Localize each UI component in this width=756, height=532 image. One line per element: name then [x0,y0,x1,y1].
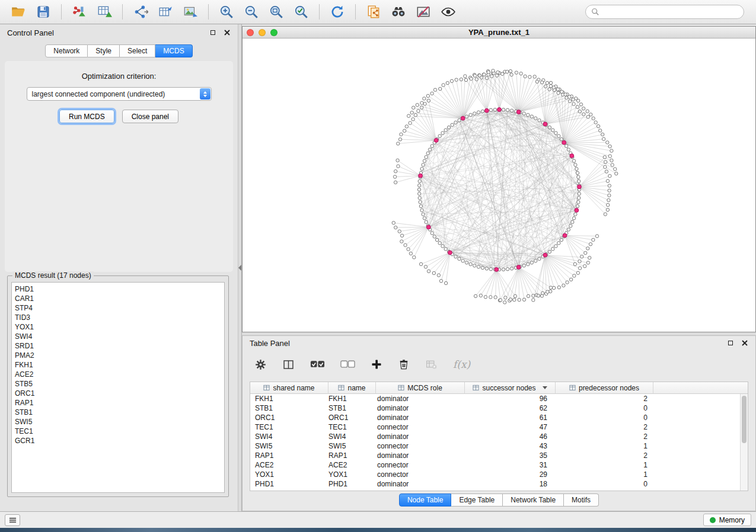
tab-select[interactable]: Select [120,44,155,57]
close-table-panel-button[interactable] [741,339,748,347]
table-row[interactable]: ORC1 ORC1 dominator 61 0 [250,413,748,422]
table-row[interactable]: TEC1 TEC1 connector 47 2 [250,422,748,432]
add-column-button[interactable] [371,358,382,370]
dropdown-stepper-icon [200,88,210,100]
table-row[interactable]: SWI4 SWI4 dominator 46 2 [250,432,748,441]
cell-successor-nodes: 18 [465,479,556,489]
delete-column-button[interactable] [398,358,410,370]
tab-network[interactable]: Network [45,44,88,57]
float-panel-button[interactable] [209,29,216,36]
plus-icon [371,358,382,370]
column-header-shared-name[interactable]: shared name [250,382,328,394]
mcds-result-item[interactable]: PMA2 [15,351,221,360]
run-mcds-button[interactable]: Run MCDS [59,110,114,123]
table-row[interactable]: PHD1 PHD1 dominator 18 0 [250,479,748,489]
float-table-panel-button[interactable] [727,339,734,347]
mcds-result-item[interactable]: SRD1 [15,341,221,351]
show-hide-button[interactable] [436,2,461,22]
memory-button[interactable]: Memory [703,514,751,526]
mcds-result-item[interactable]: TEC1 [15,427,221,436]
cell-shared-name: PHD1 [250,479,328,489]
show-columns-button[interactable] [282,358,295,371]
import-table-button[interactable] [92,2,117,22]
table-body: FKH1 FKH1 dominator 96 2 STB1 STB1 domin… [250,394,748,489]
column-header-name[interactable]: name [328,382,376,394]
search-network-button[interactable] [386,2,411,22]
copy-network-button[interactable] [361,2,386,22]
close-panel-button[interactable] [224,29,231,36]
import-network-button[interactable] [67,2,92,22]
deselect-all-button[interactable] [340,359,355,370]
cell-predecessor-nodes: 1 [556,470,653,479]
tab-edge-table[interactable]: Edge Table [451,493,503,507]
mcds-result-item[interactable]: PHD1 [15,284,221,294]
mcds-result-item[interactable]: CAR1 [15,294,221,303]
select-all-button[interactable] [310,359,325,370]
mcds-result-item[interactable]: STB5 [15,379,221,389]
mcds-result-item[interactable]: ACE2 [15,370,221,379]
tab-mcds[interactable]: MCDS [155,44,192,57]
column-header-successor-nodes[interactable]: successor nodes [465,382,556,394]
mcds-result-item[interactable]: YOX1 [15,322,221,332]
table-scrollbar[interactable] [740,394,748,491]
deselect-all-icon [340,359,355,370]
export-image-button[interactable] [178,2,203,22]
search-input[interactable] [603,8,738,16]
zoom-selected-button[interactable] [289,2,314,22]
table-row[interactable]: RAP1 RAP1 dominator 35 2 [250,451,748,460]
network-window-titlebar[interactable]: YPA_prune.txt_1 [243,27,755,39]
cell-name: YOX1 [328,470,376,479]
refresh-icon [330,4,345,20]
import-table-icon [97,4,112,20]
table-row[interactable]: YOX1 YOX1 connector 29 1 [250,470,748,479]
vertical-splitter[interactable] [238,24,242,511]
mcds-result-item[interactable]: FKH1 [15,360,221,370]
table-settings-button[interactable] [254,358,267,371]
mcds-result-item[interactable]: RAP1 [15,398,221,408]
save-button[interactable] [31,2,56,22]
zoom-out-button[interactable] [239,2,264,22]
status-menu-button[interactable] [5,514,20,526]
mcds-result-item[interactable]: STB1 [15,408,221,417]
search-field[interactable] [585,5,744,19]
control-panel-tabs: Network Style Select MCDS [0,44,238,57]
minimize-traffic-light[interactable] [259,29,266,36]
float-icon [210,30,215,35]
close-traffic-light[interactable] [247,29,254,36]
tab-network-table[interactable]: Network Table [503,493,564,507]
mcds-result-list[interactable]: PHD1CAR1STP4TID3YOX1SWI4SRD1PMA2FKH1ACE2… [11,282,225,493]
network-canvas[interactable] [243,39,755,332]
tab-style[interactable]: Style [88,44,120,57]
refresh-layout-button[interactable] [325,2,350,22]
mcds-result-item[interactable]: GCR1 [15,436,221,446]
table-row[interactable]: FKH1 FKH1 dominator 96 2 [250,394,748,403]
zoom-fit-button[interactable] [264,2,289,22]
table-row[interactable]: SWI5 SWI5 connector 43 1 [250,441,748,451]
zoom-in-button[interactable] [214,2,239,22]
splitter-collapse-icon[interactable] [238,265,241,271]
criterion-dropdown[interactable]: largest connected component (undirected) [27,87,212,101]
column-header-mcds-role[interactable]: MCDS role [376,382,465,394]
mcds-result-item[interactable]: SWI4 [15,332,221,341]
toolbar-separator [355,4,356,20]
maximize-traffic-light[interactable] [270,29,277,36]
column-header-predecessor-nodes[interactable]: predecessor nodes [556,382,653,394]
cell-mcds-role: dominator [376,451,465,460]
mcds-result-item[interactable]: TID3 [15,313,221,322]
close-panel-action-button[interactable]: Close panel [122,110,178,123]
mcds-result-item[interactable]: STP4 [15,303,221,313]
tab-node-table[interactable]: Node Table [399,493,452,507]
cell-mcds-role: connector [376,460,465,470]
mcds-result-item[interactable]: SWI5 [15,417,221,427]
table-row[interactable]: ACE2 ACE2 connector 31 1 [250,460,748,470]
open-file-button[interactable] [6,2,31,22]
export-table-button[interactable] [153,2,178,22]
scrollbar-thumb[interactable] [742,396,747,443]
mcds-result-item[interactable]: ORC1 [15,389,221,398]
tab-motifs[interactable]: Motifs [564,493,599,507]
cell-successor-nodes: 46 [465,432,556,441]
cell-predecessor-nodes: 2 [556,422,653,432]
table-row[interactable]: STB1 STB1 dominator 62 0 [250,403,748,413]
graphics-details-button[interactable] [411,2,436,22]
export-network-button[interactable] [128,2,153,22]
